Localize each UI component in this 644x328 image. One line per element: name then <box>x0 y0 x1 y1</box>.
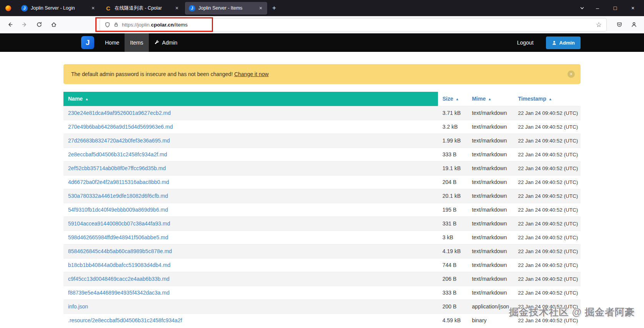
nav-home-label: Home <box>105 40 119 46</box>
sort-ascending-icon: ▲ <box>488 97 491 101</box>
window-minimize-button[interactable]: – <box>592 5 602 11</box>
item-name-link[interactable]: .resource/2e8eccbaf5d04506b31c2458fc934a… <box>68 317 182 323</box>
item-size: 333 B <box>438 147 468 161</box>
nav-items[interactable]: Items <box>125 33 148 52</box>
column-header-mime[interactable]: Mime▲ <box>467 92 513 106</box>
item-timestamp: 22 Jan 24 09:40:52 (UTC) <box>513 217 581 230</box>
item-name-link[interactable]: 54f9310fb1dc40f49ebbb009a869d9b6.md <box>68 207 168 213</box>
item-name-link[interactable]: 598d462665984ffd9e48941f506abbe5.md <box>68 234 168 240</box>
pocket-icon[interactable] <box>613 18 626 31</box>
item-name-link[interactable]: 27d26683b8324720a42b0fef3e36a695.md <box>68 137 170 144</box>
table-row: 54f9310fb1dc40f49ebbb009a869d9b6.md 195 … <box>63 203 581 217</box>
admin-button[interactable]: Admin <box>546 36 581 49</box>
bookmark-star-icon[interactable]: ☆ <box>596 21 602 29</box>
table-row: 8584626845c44b5ab60ca8989b5c878e.md 4.19… <box>63 244 581 258</box>
window-close-button[interactable]: × <box>628 5 638 11</box>
warning-banner: The default admin password is insecure a… <box>63 64 581 84</box>
admin-button-label: Admin <box>559 40 575 46</box>
item-mime: text/markdown <box>467 272 513 286</box>
table-row: 59104accea91440080cb07c38a44fa93.md 331 … <box>63 217 581 230</box>
item-size: 331 B <box>438 217 468 230</box>
item-name-link[interactable]: b18cb1bb40844a0dbafcc519083d4db4.md <box>68 262 170 268</box>
item-name-link[interactable]: 270e49b6bab64286a9d15d4d569963e6.md <box>68 124 173 130</box>
tab-cpolar[interactable]: C 在线隧道列表 - Cpolar × <box>101 2 183 15</box>
item-timestamp: 22 Jan 24 09:40:52 (UTC) <box>513 106 581 120</box>
list-all-tabs-chevron-icon[interactable] <box>579 5 585 11</box>
url-bar[interactable]: https://joplin.cpolar.cn/items ☆ <box>100 18 606 31</box>
item-mime: application/json <box>467 300 513 313</box>
item-size: 4.19 kB <box>438 244 468 258</box>
warning-text: The default admin password is insecure a… <box>71 71 233 77</box>
table-row: 530a780332a4461e9dfe18082d6f6cfb.md 20.1… <box>63 189 581 203</box>
table-row: info.json 200 B application/json 22 Jan … <box>63 300 581 313</box>
item-name-link[interactable]: 230e24e81dca49af9526001a9627ecb2.md <box>68 110 171 116</box>
logout-link[interactable]: Logout <box>512 40 539 46</box>
item-name-link[interactable]: 530a780332a4461e9dfe18082d6f6cfb.md <box>68 193 168 199</box>
table-row: 230e24e81dca49af9526001a9627ecb2.md 3.71… <box>63 106 581 120</box>
table-row: 4d6672ba0f2e4f2a98115316abac8bb0.md 204 … <box>63 175 581 189</box>
nav-items-label: Items <box>130 40 143 46</box>
table-row: 2ef52cbb35714ab0b8f0e7ffcc96d35b.md 19.1… <box>63 161 581 175</box>
item-mime: text/markdown <box>467 230 513 244</box>
firefox-icon[interactable] <box>5 5 11 11</box>
column-header-timestamp[interactable]: Timestamp▲ <box>513 92 581 106</box>
column-header-size[interactable]: Size▲ <box>438 92 468 106</box>
item-size: 204 B <box>438 175 468 189</box>
tab-close-icon[interactable]: × <box>173 5 180 12</box>
item-name-link[interactable]: f88739e5e4a446899e4935f4342dac3a.md <box>68 290 170 296</box>
item-name-link[interactable]: 8584626845c44b5ab60ca8989b5c878e.md <box>68 248 172 254</box>
url-domain: cpolar.cn <box>151 22 174 28</box>
nav-admin[interactable]: Admin <box>149 33 183 52</box>
item-size: 195 B <box>438 203 468 217</box>
tab-joplin-login[interactable]: J Joplin Server - Login × <box>17 2 100 15</box>
item-name-link[interactable]: 59104accea91440080cb07c38a44fa93.md <box>68 220 170 227</box>
back-button[interactable] <box>4 18 16 31</box>
item-mime: binary <box>467 313 513 327</box>
item-mime: text/markdown <box>467 134 513 147</box>
window-maximize-button[interactable]: □ <box>610 5 620 11</box>
item-name-link[interactable]: info.json <box>68 303 88 310</box>
banner-close-icon[interactable]: × <box>567 71 575 78</box>
item-size: 3.2 kB <box>438 120 468 134</box>
lock-icon[interactable] <box>113 22 119 27</box>
wrench-icon <box>154 40 160 45</box>
item-name-link[interactable]: c9f45cc13d0048469cacc2e4aab6b33b.md <box>68 276 170 282</box>
tab-title: 在线隧道列表 - Cpolar <box>115 5 170 12</box>
logout-label: Logout <box>517 40 534 46</box>
item-timestamp: 22 Jan 24 09:40:52 (UTC) <box>513 134 581 147</box>
item-size: 3.71 kB <box>438 106 468 120</box>
column-header-name[interactable]: Name▲ <box>63 92 438 106</box>
home-button[interactable] <box>48 18 60 31</box>
url-scheme-subdomain: https://joplin. <box>122 22 151 28</box>
tab-close-icon[interactable]: × <box>90 5 97 12</box>
table-row: b18cb1bb40844a0dbafcc519083d4db4.md 744 … <box>63 258 581 272</box>
forward-button[interactable] <box>18 18 31 31</box>
item-timestamp: 22 Jan 24 09:40:52 (UTC) <box>513 189 581 203</box>
item-timestamp: 22 Jan 24 09:40:52 (UTC) <box>513 203 581 217</box>
item-size: 19.1 kB <box>438 161 468 175</box>
tab-title: Joplin Server - Items <box>198 5 254 11</box>
url-path: /items <box>174 22 188 28</box>
item-timestamp: 22 Jan 24 09:40:52 (UTC) <box>513 272 581 286</box>
tracking-protection-shield-icon[interactable] <box>105 22 110 28</box>
item-mime: text/markdown <box>467 203 513 217</box>
item-size: 333 B <box>438 286 468 300</box>
new-tab-button[interactable]: + <box>269 3 280 13</box>
item-timestamp: 22 Jan 24 09:40:52 (UTC) <box>513 147 581 161</box>
change-password-link[interactable]: Change it now <box>234 71 269 77</box>
tab-close-icon[interactable]: × <box>257 5 264 12</box>
item-timestamp: 22 Jan 24 09:40:52 (UTC) <box>513 286 581 300</box>
reload-button[interactable] <box>33 18 45 31</box>
item-name-link[interactable]: 2e8eccbaf5d04506b31c2458fc934a2f.md <box>68 151 167 157</box>
header-mime-label: Mime <box>472 96 486 102</box>
account-icon[interactable] <box>628 18 640 31</box>
browser-tab-bar: J Joplin Server - Login × C 在线隧道列表 - Cpo… <box>0 0 644 16</box>
item-name-link[interactable]: 2ef52cbb35714ab0b8f0e7ffcc96d35b.md <box>68 165 166 171</box>
tab-joplin-items-active[interactable]: J Joplin Server - Items × <box>185 2 267 15</box>
header-name-label: Name <box>68 96 83 102</box>
item-mime: text/markdown <box>467 286 513 300</box>
item-name-link[interactable]: 4d6672ba0f2e4f2a98115316abac8bb0.md <box>68 179 169 185</box>
joplin-logo[interactable]: J <box>81 36 94 49</box>
item-mime: text/markdown <box>467 217 513 230</box>
nav-home[interactable]: Home <box>100 33 125 52</box>
